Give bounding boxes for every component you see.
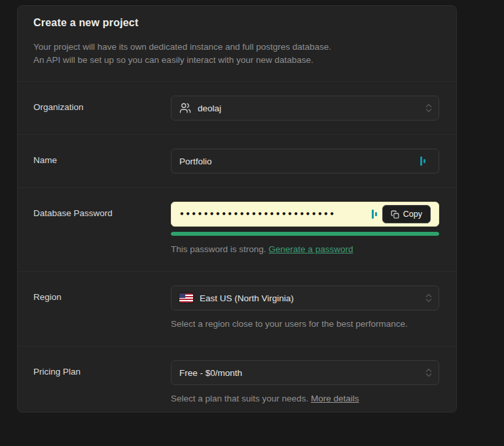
password-manager-extension-icon[interactable] <box>372 210 377 219</box>
organization-label: Organization <box>33 96 171 112</box>
create-project-dialog: Create a new project Your project will h… <box>17 5 457 413</box>
organization-value: deolaj <box>198 103 221 113</box>
generate-password-link[interactable]: Generate a password <box>268 244 353 254</box>
dialog-description-line1: Your project will have its own dedicated… <box>33 41 441 54</box>
users-icon <box>179 102 191 114</box>
region-value: East US (North Virginia) <box>200 293 294 303</box>
name-input[interactable] <box>179 149 415 173</box>
more-details-link[interactable]: More details <box>311 394 359 403</box>
page-title: Create a new project <box>33 17 441 29</box>
copy-button-label: Copy <box>403 210 422 219</box>
plan-label: Pricing Plan <box>33 360 171 377</box>
chevron-updown-icon <box>425 369 432 377</box>
us-flag-icon <box>179 293 193 303</box>
dialog-header: Create a new project Your project will h… <box>18 6 456 81</box>
plan-select[interactable]: Free - $0/month <box>171 360 439 385</box>
region-helper: Select a region close to your users for … <box>171 319 439 329</box>
organization-row: Organization deolaj <box>18 81 456 134</box>
password-helper: This password is strong. Generate a pass… <box>171 244 439 254</box>
password-manager-extension-icon[interactable] <box>420 157 425 166</box>
region-label: Region <box>33 286 171 302</box>
password-strength-bar <box>171 232 439 236</box>
plan-row: Pricing Plan Free - $0/month Select a pl… <box>18 346 456 413</box>
password-strength-fill <box>171 232 439 236</box>
password-input-wrapper: Copy <box>171 202 439 227</box>
plan-helper-text: Select a plan that suits your needs. <box>171 394 308 403</box>
password-strength-text: This password is strong. <box>171 244 266 254</box>
name-row: Name <box>18 134 456 187</box>
organization-select[interactable]: deolaj <box>171 96 439 121</box>
password-row: Database Password Copy <box>18 187 456 271</box>
chevron-updown-icon <box>425 294 432 303</box>
password-input[interactable] <box>179 202 367 226</box>
region-select[interactable]: East US (North Virginia) <box>171 286 439 310</box>
copy-password-button[interactable]: Copy <box>382 205 431 223</box>
name-input-wrapper <box>171 149 439 174</box>
dialog-description: Your project will have its own dedicated… <box>33 41 441 67</box>
plan-helper: Select a plan that suits your needs. Mor… <box>171 394 439 403</box>
region-row: Region East US (North Virginia) Select a… <box>18 271 456 346</box>
dialog-description-line2: An API will be set up so you can easily … <box>33 54 441 67</box>
name-label: Name <box>33 149 171 165</box>
chevron-updown-icon <box>425 104 432 113</box>
password-label: Database Password <box>33 202 171 218</box>
plan-value: Free - $0/month <box>179 368 242 378</box>
copy-icon <box>391 210 399 219</box>
